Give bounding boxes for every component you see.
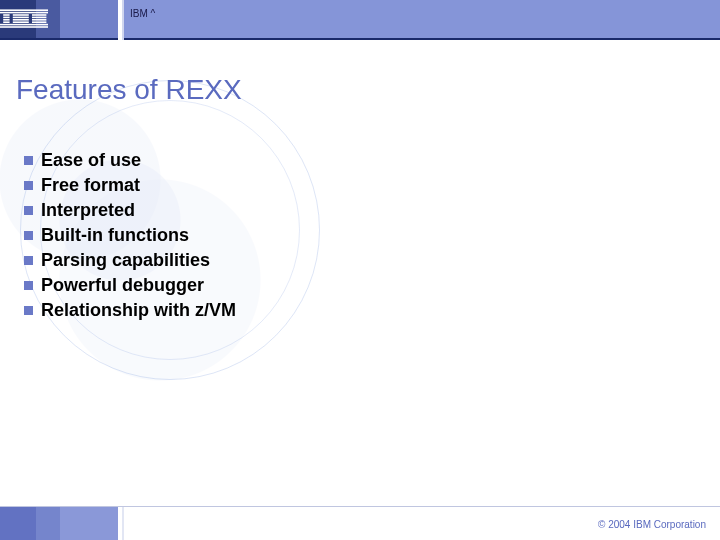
footer-copyright: © 2004 IBM Corporation [598,519,706,530]
svg-rect-5 [3,17,9,19]
bullet-text: Ease of use [41,150,141,171]
header-divider-2 [122,0,124,40]
bullet-text: Parsing capabilities [41,250,210,271]
bullet-square-icon [24,256,33,265]
list-item: Relationship with z/VM [24,300,236,321]
svg-rect-15 [0,26,48,28]
list-item: Powerful debugger [24,275,236,296]
svg-rect-10 [32,19,46,21]
list-item: Built-in functions [24,225,236,246]
header-label: IBM ^ [130,8,155,19]
slide: IBM ^ Features o [0,0,720,540]
bullet-square-icon [24,181,33,190]
svg-rect-0 [0,9,48,11]
svg-rect-8 [3,19,9,21]
bullet-text: Interpreted [41,200,135,221]
svg-rect-7 [32,17,46,19]
list-item: Ease of use [24,150,236,171]
svg-rect-4 [32,14,46,16]
bullet-list: Ease of use Free format Interpreted Buil… [24,150,236,325]
bullet-square-icon [24,156,33,165]
svg-rect-2 [3,14,9,16]
header-band: IBM ^ [0,0,720,40]
bullet-text: Built-in functions [41,225,189,246]
bullet-square-icon [24,281,33,290]
svg-rect-6 [13,17,29,19]
svg-rect-12 [13,21,29,23]
svg-rect-9 [13,19,29,21]
svg-rect-13 [32,21,46,23]
footer-divider-2 [122,507,124,540]
footer-band: © 2004 IBM Corporation [0,506,720,540]
svg-rect-1 [0,12,48,14]
bullet-square-icon [24,306,33,315]
bullet-square-icon [24,231,33,240]
bullet-text: Relationship with z/VM [41,300,236,321]
svg-rect-11 [3,21,9,23]
bullet-square-icon [24,206,33,215]
svg-rect-14 [0,24,48,26]
list-item: Parsing capabilities [24,250,236,271]
svg-rect-3 [13,14,29,16]
ibm-logo-icon [0,9,48,29]
list-item: Free format [24,175,236,196]
bullet-text: Powerful debugger [41,275,204,296]
list-item: Interpreted [24,200,236,221]
slide-title: Features of REXX [16,74,242,106]
bullet-text: Free format [41,175,140,196]
